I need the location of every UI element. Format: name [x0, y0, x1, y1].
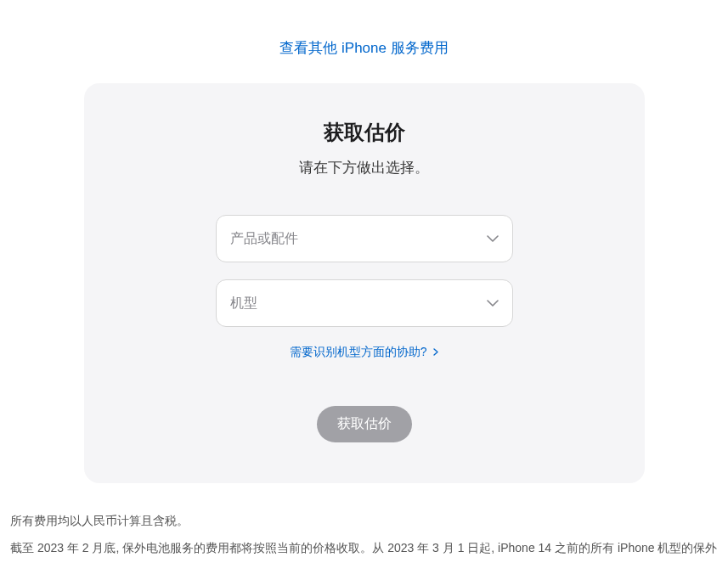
footer-line-2-part1: 截至 2023 年 2 月底, 保外电池服务的费用都将按照当前的价格收取。从 2… [10, 541, 717, 563]
estimate-card: 获取估价 请在下方做出选择。 产品或配件 机型 [84, 83, 645, 483]
product-select-placeholder: 产品或配件 [230, 230, 298, 248]
help-link-text: 需要识别机型方面的协助? [290, 345, 427, 358]
chevron-down-icon [487, 233, 499, 245]
card-title: 获取估价 [118, 119, 611, 146]
get-estimate-button[interactable]: 获取估价 [317, 406, 412, 442]
help-identify-link[interactable]: 需要识别机型方面的协助? [290, 345, 439, 358]
model-select[interactable]: 机型 [216, 279, 513, 327]
help-link-wrapper: 需要识别机型方面的协助? [118, 344, 611, 360]
model-select-wrapper: 机型 [216, 279, 513, 327]
top-link-wrapper: 查看其他 iPhone 服务费用 [10, 0, 718, 83]
chevron-down-icon [487, 297, 499, 309]
other-services-link[interactable]: 查看其他 iPhone 服务费用 [279, 40, 448, 56]
model-select-placeholder: 机型 [230, 295, 257, 312]
product-select-wrapper: 产品或配件 [216, 215, 513, 262]
footer-line-1: 所有费用均以人民币计算且含税。 [10, 507, 718, 534]
footer-line-2: 截至 2023 年 2 月底, 保外电池服务的费用都将按照当前的价格收取。从 2… [10, 534, 718, 563]
product-select[interactable]: 产品或配件 [216, 215, 513, 262]
footer-text: 所有费用均以人民币计算且含税。 截至 2023 年 2 月底, 保外电池服务的费… [10, 507, 718, 563]
card-subtitle: 请在下方做出选择。 [118, 158, 611, 177]
chevron-right-icon [433, 346, 438, 358]
